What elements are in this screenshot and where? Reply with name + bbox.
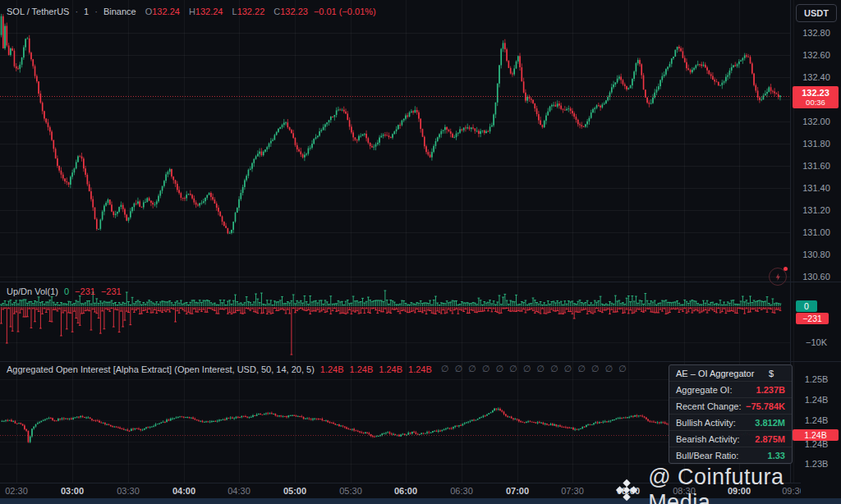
watermark: @ Coinfutura Media	[614, 465, 841, 504]
oi-empty-values: ∅ ∅ ∅ ∅ ∅ ∅ ∅ ∅ ∅ ∅ ∅ ∅ ∅ ∅	[441, 364, 628, 374]
tooltip-label: Aggregate OI:	[676, 385, 733, 395]
oi-value-1: 1.24B	[320, 364, 344, 374]
time-tick: 05:00	[283, 486, 306, 496]
open-value: 132.24	[152, 7, 180, 16]
time-tick: 06:30	[450, 486, 473, 496]
exchange-label: Binance	[103, 7, 136, 16]
tooltip-label: Recent Change:	[676, 401, 742, 411]
legend-separator: ·	[75, 7, 78, 16]
tooltip-value: 1.237B	[756, 385, 785, 395]
tooltip-row: Recent Change: −75.784K	[669, 398, 792, 415]
tooltip-value: 2.875M	[755, 434, 785, 444]
oi-value-3: 1.24B	[379, 364, 402, 374]
last-price-badge: 132.23 00:36	[793, 86, 839, 108]
price-tick: 130.80	[791, 250, 841, 259]
interval-label[interactable]: 1	[84, 7, 89, 16]
price-tick: 131.80	[791, 139, 841, 149]
symbol-legend[interactable]: SOL / TetherUS · 1 · Binance O132.24 H13…	[7, 7, 376, 16]
tooltip-label: Bullish Activity:	[676, 418, 736, 428]
oi-tick: 1.24B	[791, 415, 841, 425]
volume-legend[interactable]: Up/Dn Vol(1) 0 −231 −231	[7, 286, 122, 296]
volume-delta-value: −231	[101, 286, 122, 296]
tooltip-row: Bullish Activity: 3.812M	[669, 415, 792, 431]
price-axis[interactable]: 132.80 132.60 132.40 132.00 131.80 131.6…	[790, 0, 841, 483]
volume-indicator-title[interactable]: Up/Dn Vol(1)	[7, 286, 58, 296]
volume-scale-tick: −10K	[791, 337, 841, 347]
price-tick: 132.80	[791, 28, 841, 38]
tooltip-value: −75.784K	[746, 401, 785, 411]
oi-value-4: 1.24B	[408, 364, 432, 374]
tooltip-label: Bearish Activity:	[676, 434, 740, 444]
volume-up-value: 0	[64, 286, 69, 296]
tooltip-row: Bearish Activity: 2.875M	[669, 431, 792, 447]
instant-trading-icon[interactable]	[769, 268, 787, 286]
time-tick: 03:00	[61, 486, 84, 496]
coinfutura-diamond-logo-icon	[614, 477, 639, 503]
time-tick: 07:00	[506, 486, 529, 496]
tooltip-currency: $	[769, 369, 785, 378]
time-tick: 04:30	[227, 486, 250, 496]
high-key: H	[189, 7, 195, 16]
close-value: 132.23	[280, 7, 308, 16]
time-tick: 06:00	[394, 486, 417, 496]
oi-indicator-title[interactable]: Aggregated Open Interest [Alpha Extract]…	[7, 364, 315, 374]
price-tick: 132.00	[791, 117, 841, 126]
high-value: 132.24	[195, 7, 223, 16]
time-tick: 05:30	[339, 486, 362, 496]
price-tick: 131.60	[791, 161, 841, 171]
oi-tick: 1.24B	[791, 395, 841, 405]
time-tick: 02:30	[5, 486, 28, 496]
oi-last-badge: 1.24B	[793, 429, 839, 441]
oi-value-2: 1.24B	[350, 364, 374, 374]
tooltip-row: Aggregate OI: 1.237B	[669, 382, 792, 398]
tooltip-value: 3.812M	[755, 418, 785, 428]
time-tick: 07:30	[561, 486, 584, 496]
currency-toggle-button[interactable]: USDT	[796, 4, 837, 22]
trading-chart-window: SOL / TetherUS · 1 · Binance O132.24 H13…	[0, 0, 841, 504]
price-tick: 132.40	[791, 72, 841, 82]
tooltip-row: Bull/Bear Ratio: 1.33	[669, 447, 792, 463]
price-tick: 132.60	[791, 50, 841, 60]
price-tick: 131.40	[791, 183, 841, 193]
bar-countdown: 00:36	[793, 98, 839, 107]
lightning-bolt-icon	[774, 273, 783, 282]
time-tick: 04:00	[172, 486, 195, 496]
oi-aggregator-tooltip: AE – OI Aggregator $ Aggregate OI: 1.237…	[669, 364, 793, 464]
price-tick: 130.60	[791, 272, 841, 282]
watermark-text: @ Coinfutura Media	[648, 465, 841, 504]
tooltip-label: Bull/Bear Ratio:	[676, 451, 738, 460]
legend-separator: ·	[94, 7, 98, 16]
tooltip-value: 1.33	[768, 451, 785, 460]
last-price: 132.23	[793, 88, 839, 98]
volume-up-badge: 0	[796, 300, 817, 312]
oi-tick: 1.25B	[791, 374, 841, 384]
change-value: −0.01 (−0.01%)	[314, 7, 376, 16]
price-tick: 131.00	[791, 227, 841, 237]
symbol-name[interactable]: SOL / TetherUS	[7, 7, 69, 16]
price-tick: 131.20	[791, 205, 841, 215]
oi-legend[interactable]: Aggregated Open Interest [Alpha Extract]…	[7, 364, 628, 374]
tooltip-header-row: AE – OI Aggregator $	[669, 365, 792, 382]
notification-dot	[784, 267, 788, 271]
volume-down-badge: −231	[796, 313, 829, 324]
time-tick: 03:30	[117, 486, 140, 496]
tooltip-title: AE – OI Aggregator	[676, 369, 754, 378]
volume-down-value: −231	[75, 286, 95, 296]
low-value: 132.22	[237, 7, 265, 16]
open-key: O	[145, 7, 153, 16]
